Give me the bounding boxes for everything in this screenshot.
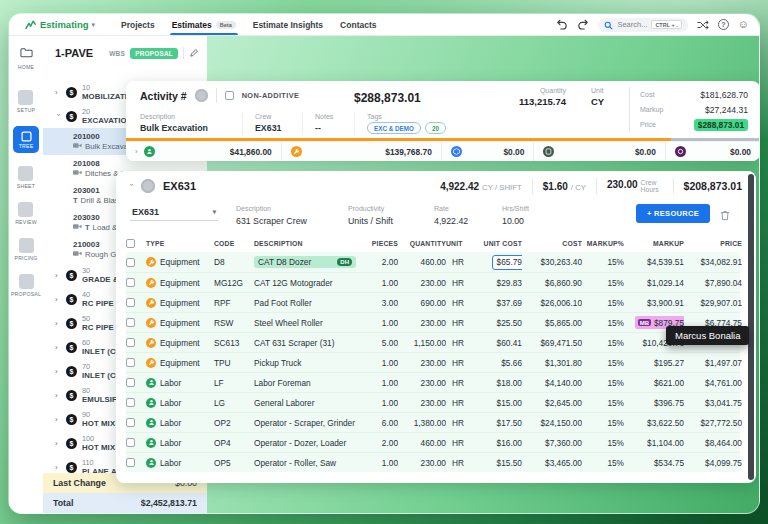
- quantity-cell[interactable]: 230.00: [398, 458, 446, 468]
- app-logo[interactable]: Estimating ▾: [25, 16, 95, 34]
- cost-category-labor[interactable]: ›$41,860.00: [126, 142, 281, 161]
- table-row-op5[interactable]: LaborOP5Operator - Roller, Saw1.00230.00…: [126, 452, 740, 472]
- description-cell[interactable]: General Laborer: [254, 398, 360, 408]
- row-checkbox[interactable]: [126, 358, 135, 367]
- markup-cell[interactable]: $621.00: [624, 378, 684, 388]
- unit-cell[interactable]: HR: [446, 438, 472, 448]
- sidebar-item-home[interactable]: HOME: [18, 44, 34, 70]
- code-cell[interactable]: RPF: [214, 298, 254, 308]
- quantity-value[interactable]: 113,215.74: [481, 96, 566, 107]
- pieces-cell[interactable]: 2.00: [360, 257, 398, 267]
- sidebar-item-pricing[interactable]: PRICING: [14, 238, 37, 261]
- crew-value[interactable]: EX631: [255, 123, 290, 133]
- price-cell[interactable]: $4,099.75: [684, 458, 742, 468]
- cost-cell[interactable]: $69,471.50: [522, 338, 582, 348]
- description-cell[interactable]: Labor Foreman: [254, 378, 360, 388]
- tag-20[interactable]: 20: [425, 122, 446, 134]
- column-header-pieces[interactable]: PIECES: [360, 240, 398, 247]
- unit-cost-cell[interactable]: $25.50: [472, 318, 522, 328]
- column-header-unit[interactable]: UNIT: [446, 240, 472, 247]
- markup-pct-cell[interactable]: 15%: [582, 318, 624, 328]
- unit-cell[interactable]: HR: [446, 378, 472, 388]
- markup-pct-cell[interactable]: 15%: [582, 278, 624, 288]
- shuffle-icon[interactable]: [697, 20, 709, 30]
- crew-selector[interactable]: EX631 ▾: [130, 204, 218, 221]
- unit-cost-cell[interactable]: $29.83: [472, 278, 522, 288]
- avatar-icon[interactable]: ☺: [738, 19, 749, 30]
- unit-cell[interactable]: HR: [446, 418, 472, 428]
- row-checkbox[interactable]: [126, 298, 135, 307]
- column-header-unit-cost[interactable]: UNIT COST: [472, 240, 522, 247]
- pieces-cell[interactable]: 1.00: [360, 318, 398, 328]
- row-checkbox[interactable]: [126, 438, 135, 447]
- hrs-shift-value[interactable]: 10.00: [502, 216, 556, 227]
- cost-category-equipment[interactable]: $139,768.70: [281, 142, 441, 161]
- sidebar-item-proposal[interactable]: PROPOSAL: [11, 274, 41, 297]
- column-header-quantity[interactable]: QUANTITY: [398, 240, 446, 247]
- nav-item-projects[interactable]: Projects: [121, 14, 155, 35]
- pieces-cell[interactable]: 5.00: [360, 338, 398, 348]
- pieces-cell[interactable]: 2.00: [360, 438, 398, 448]
- non-additive-checkbox[interactable]: [225, 91, 234, 100]
- table-row-op2[interactable]: LaborOP2Operator - Scraper, Grinder6.001…: [126, 412, 740, 432]
- markup-pct-cell[interactable]: 15%: [582, 378, 624, 388]
- price-cell[interactable]: $7,890.04: [684, 278, 742, 288]
- code-cell[interactable]: LF: [214, 378, 254, 388]
- price-cell[interactable]: $34,082.91: [684, 257, 742, 267]
- unit-cost-cell[interactable]: $65.79: [472, 255, 522, 270]
- cost-cell[interactable]: $2,645.00: [522, 398, 582, 408]
- cost-cell[interactable]: $7,360.00: [522, 438, 582, 448]
- unit-cost-cell[interactable]: $60.41: [472, 338, 522, 348]
- markup-pct-cell[interactable]: 15%: [582, 298, 624, 308]
- column-header-type[interactable]: TYPE: [146, 240, 214, 247]
- table-row-mg12g[interactable]: EquipmentMG12GCAT 12G Motograder1.00230.…: [126, 272, 740, 292]
- description-cell[interactable]: Operator - Roller, Saw: [254, 458, 360, 468]
- description-value[interactable]: Bulk Excavation: [140, 123, 230, 133]
- unit-cost-cell[interactable]: $15.50: [472, 458, 522, 468]
- pieces-cell[interactable]: 1.00: [360, 358, 398, 368]
- quantity-cell[interactable]: 690.00: [398, 298, 446, 308]
- markup-cell[interactable]: $4,539.51: [624, 257, 684, 267]
- cost-category-subcontract[interactable]: $0.00: [533, 142, 665, 161]
- unit-cost-cell[interactable]: $37.69: [472, 298, 522, 308]
- cost-category-materials[interactable]: $0.00: [441, 142, 534, 161]
- cost-cell[interactable]: $30,263.40: [522, 257, 582, 267]
- description-cell[interactable]: CAT 631 Scraper (31): [254, 338, 360, 348]
- code-cell[interactable]: LG: [214, 398, 254, 408]
- row-checkbox[interactable]: [126, 338, 135, 347]
- notes-value[interactable]: --: [315, 123, 342, 133]
- markup-pct-cell[interactable]: 15%: [582, 398, 624, 408]
- unit-cost-cell[interactable]: $17.50: [472, 418, 522, 428]
- row-checkbox[interactable]: [126, 398, 135, 407]
- pieces-cell[interactable]: 1.00: [360, 378, 398, 388]
- row-checkbox[interactable]: [126, 318, 135, 327]
- proposal-toggle[interactable]: PROPOSAL: [130, 48, 178, 59]
- description-cell[interactable]: Operator - Dozer, Loader: [254, 438, 360, 448]
- row-checkbox[interactable]: [126, 458, 135, 467]
- column-header-markup[interactable]: MARKUP: [624, 240, 684, 247]
- productivity-mode[interactable]: Units / Shift: [348, 216, 422, 227]
- sidebar-item-sheet[interactable]: SHEET: [17, 166, 35, 189]
- markup-pct-cell[interactable]: 15%: [582, 458, 624, 468]
- description-cell[interactable]: Operator - Scraper, Grinder: [254, 418, 360, 428]
- unit-cell[interactable]: HR: [446, 278, 472, 288]
- cost-cell[interactable]: $6,860.90: [522, 278, 582, 288]
- markup-cell[interactable]: $3,900.91: [624, 298, 684, 308]
- search-input[interactable]: Search... CTRL + .: [598, 18, 687, 32]
- column-header-cost[interactable]: COST: [522, 240, 582, 247]
- unit-cell[interactable]: HR: [446, 257, 472, 267]
- unit-cell[interactable]: HR: [446, 298, 472, 308]
- quantity-cell[interactable]: 230.00: [398, 398, 446, 408]
- sidebar-item-tree[interactable]: TREE: [13, 126, 39, 153]
- cost-cell[interactable]: $5,865.00: [522, 318, 582, 328]
- pieces-cell[interactable]: 6.00: [360, 418, 398, 428]
- tag-exc-demo[interactable]: EXC & DEMO: [367, 122, 421, 134]
- cost-cell[interactable]: $3,465.00: [522, 458, 582, 468]
- unit-cost-cell[interactable]: $16.00: [472, 438, 522, 448]
- price-cell[interactable]: $27,772.50: [684, 418, 742, 428]
- cost-cell[interactable]: $24,150.00: [522, 418, 582, 428]
- table-row-tpu[interactable]: EquipmentTPUPickup Truck1.00230.00HR$5.6…: [126, 352, 740, 372]
- description-cell[interactable]: Pad Foot Roller: [254, 298, 360, 308]
- code-cell[interactable]: SC613: [214, 338, 254, 348]
- code-cell[interactable]: MG12G: [214, 278, 254, 288]
